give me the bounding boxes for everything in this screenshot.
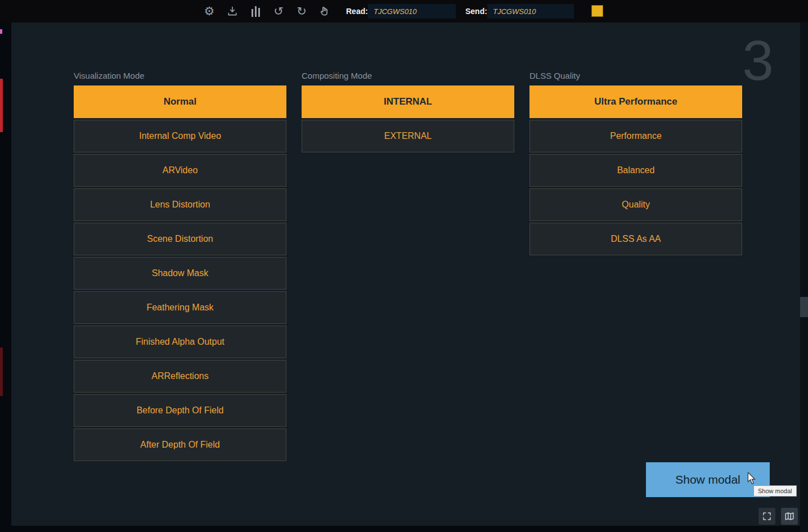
group-label: Compositing Mode [302, 70, 514, 85]
map-button[interactable] [781, 508, 798, 525]
option-button[interactable]: Quality [529, 188, 742, 221]
refresh-icon[interactable]: ↻ [295, 4, 308, 18]
option-list: Ultra PerformancePerformanceBalancedQual… [529, 85, 742, 255]
fullscreen-button[interactable] [758, 508, 775, 525]
read-label: Read: [346, 0, 368, 22]
right-edge-strip [800, 22, 808, 532]
option-button[interactable]: After Depth Of Field [74, 429, 286, 461]
option-list: NormalInternal Comp VideoARVideoLens Dis… [74, 85, 286, 461]
send-label: Send: [465, 0, 487, 22]
option-button[interactable]: EXTERNAL [302, 120, 514, 152]
option-button[interactable]: Internal Comp Video [74, 120, 286, 152]
left-edge-artifact [0, 348, 3, 396]
show-modal-tooltip: Show modal [753, 485, 797, 497]
group-label: Visualization Mode [74, 70, 286, 85]
hand-icon[interactable] [318, 4, 331, 18]
option-button[interactable]: Finished Alpha Output [74, 326, 286, 358]
group-label: DLSS Quality [529, 70, 742, 85]
toolbar-icons: ⚙ ↺ ↻ [203, 0, 331, 22]
option-button[interactable]: Performance [529, 120, 742, 152]
option-button[interactable]: Normal [74, 85, 286, 118]
status-indicator [591, 5, 603, 17]
option-button[interactable]: Feathering Mask [74, 291, 286, 324]
cursor-icon [746, 472, 757, 487]
map-icon [784, 511, 794, 521]
option-button[interactable]: INTERNAL [302, 85, 514, 118]
expand-icon [762, 511, 772, 521]
group-dlss-quality: DLSS Quality Ultra PerformancePerformanc… [529, 70, 742, 257]
option-button[interactable]: Lens Distortion [74, 188, 286, 221]
option-button[interactable]: DLSS As AA [529, 223, 742, 255]
option-button[interactable]: Scene Distortion [74, 223, 286, 255]
left-edge-artifact [0, 29, 2, 34]
left-edge-artifact [0, 79, 3, 132]
option-button[interactable]: ARVideo [74, 154, 286, 187]
columns-icon[interactable] [249, 4, 262, 18]
download-icon[interactable] [226, 4, 239, 18]
option-button[interactable]: Before Depth Of Field [74, 394, 286, 427]
group-compositing-mode: Compositing Mode INTERNALEXTERNAL [302, 70, 514, 154]
toolbar: ⚙ ↺ ↻ Read: Send: [0, 0, 808, 22]
gear-icon[interactable]: ⚙ [203, 4, 216, 18]
read-input[interactable] [368, 4, 456, 19]
option-button[interactable]: ARReflections [74, 360, 286, 393]
option-button[interactable]: Shadow Mask [74, 257, 286, 290]
history-icon[interactable]: ↺ [272, 4, 285, 18]
right-edge-block [800, 297, 808, 317]
send-input[interactable] [487, 4, 574, 19]
option-list: INTERNALEXTERNAL [302, 85, 514, 152]
option-button[interactable]: Balanced [529, 154, 742, 187]
main-panel: 3 Visualization Mode NormalInternal Comp… [11, 22, 800, 526]
group-visualization-mode: Visualization Mode NormalInternal Comp V… [74, 70, 286, 463]
option-button[interactable]: Ultra Performance [529, 85, 742, 118]
